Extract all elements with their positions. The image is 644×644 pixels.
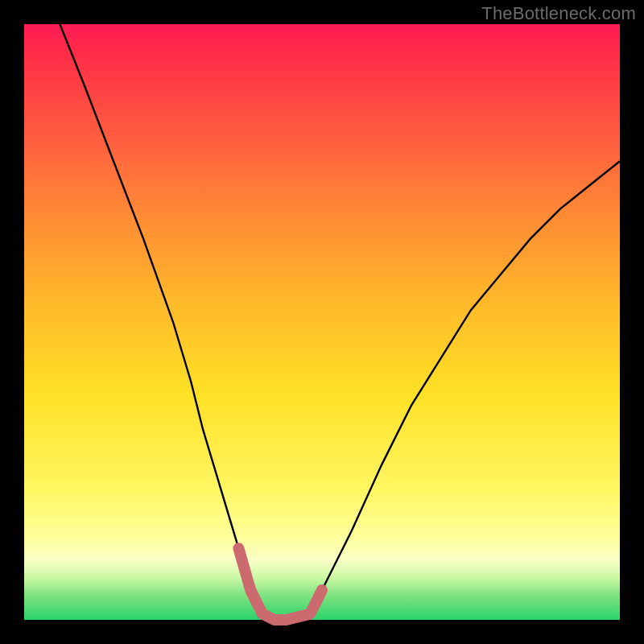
plot-area	[24, 24, 620, 620]
chart-frame: TheBottleneck.com	[0, 0, 644, 644]
curve-minimum-marker	[238, 548, 322, 620]
curve-svg	[24, 24, 620, 620]
watermark-text: TheBottleneck.com	[481, 3, 636, 24]
bottleneck-curve	[60, 24, 620, 620]
